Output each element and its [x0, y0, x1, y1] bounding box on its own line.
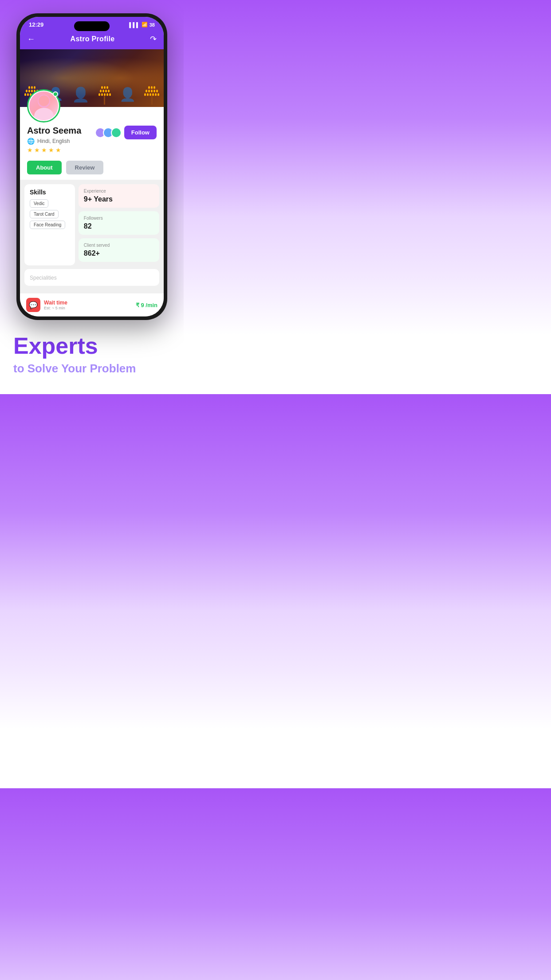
- avatar-ring: [27, 89, 60, 122]
- flame-tree-right: [144, 86, 159, 105]
- followers-label: Followers: [84, 216, 154, 221]
- solve-heading: to Solve Your Problem: [13, 361, 170, 376]
- skills-title: Skills: [30, 189, 70, 196]
- profile-section: Astro Seema 🌐 Hindi, English ★ ★ ★ ★ ★: [20, 107, 164, 161]
- followers-value: 82: [84, 222, 154, 230]
- chat-icon-symbol: 💬: [29, 301, 38, 309]
- star-1: ★: [27, 146, 33, 154]
- star-4: ★: [48, 146, 54, 154]
- translate-icon: 🌐: [27, 138, 35, 145]
- wifi-icon: 📶: [142, 22, 148, 28]
- back-button[interactable]: ←: [27, 35, 35, 44]
- status-bar: 12:29 ▌▌▌ 📶 38: [20, 17, 164, 31]
- skill-vedic: Vedic: [30, 199, 48, 208]
- follow-section: Follow: [95, 126, 157, 139]
- tab-about[interactable]: About: [27, 161, 62, 174]
- experience-card: Experience 9+ Years: [79, 184, 159, 208]
- skill-tags: Vedic Tarot Card Face Reading: [30, 199, 70, 229]
- content-grid: Experience 9+ Years Followers 82 Client …: [24, 184, 159, 265]
- wait-section: 💬 Wait time Est: ~ 5 min: [26, 298, 67, 312]
- skill-face: Face Reading: [30, 221, 65, 229]
- svg-point-1: [34, 108, 54, 120]
- bottom-text-section: Experts to Solve Your Problem: [0, 320, 184, 394]
- avatar-wrapper: [27, 89, 60, 122]
- content-area: Experience 9+ Years Followers 82 Client …: [20, 180, 164, 293]
- left-stats: Experience 9+ Years Followers 82 Client …: [79, 184, 159, 262]
- follow-button[interactable]: Follow: [124, 126, 157, 139]
- online-indicator: [53, 91, 58, 97]
- chat-icon[interactable]: 💬: [26, 298, 40, 312]
- tab-review[interactable]: Review: [66, 161, 104, 174]
- app-header: ← Astro Profile ↷: [20, 31, 164, 49]
- wait-title: Wait time: [44, 300, 67, 306]
- phone-mockup: 12:29 ▌▌▌ 📶 38 ← Astro Profile ↷: [16, 13, 167, 320]
- person-right: 👤: [119, 87, 136, 105]
- header-title: Astro Profile: [71, 35, 115, 43]
- wait-text-col: Wait time Est: ~ 5 min: [44, 300, 67, 310]
- status-icons: ▌▌▌ 📶 38: [129, 22, 155, 28]
- star-3: ★: [41, 146, 47, 154]
- skills-card: Skills Vedic Tarot Card Face Reading: [24, 184, 75, 265]
- followers-card: Followers 82: [79, 211, 159, 235]
- share-button[interactable]: ↷: [150, 34, 157, 44]
- follower-avatar-3: [111, 127, 122, 138]
- language-text: Hindi, English: [37, 138, 70, 144]
- clients-card: Client served 862+: [79, 238, 159, 262]
- battery-label: 38: [150, 22, 155, 28]
- skill-tarot: Tarot Card: [30, 210, 59, 218]
- dynamic-island: [74, 21, 110, 31]
- specialities-title: Specialities: [30, 275, 57, 281]
- svg-point-2: [39, 95, 49, 106]
- price-text: ₹ 9 /min: [136, 302, 157, 308]
- stars-row: ★ ★ ★ ★ ★: [27, 146, 157, 154]
- experience-value: 9+ Years: [84, 195, 154, 203]
- person-center: 👤: [72, 86, 90, 105]
- follower-avatars: [95, 127, 122, 138]
- star-5: ★: [55, 146, 61, 154]
- specialities-preview: Specialities: [24, 269, 159, 286]
- phone-screen: 12:29 ▌▌▌ 📶 38 ← Astro Profile ↷: [20, 17, 164, 316]
- wait-subtitle: Est: ~ 5 min: [44, 306, 67, 310]
- star-2: ★: [34, 146, 40, 154]
- status-time: 12:29: [29, 21, 43, 28]
- experts-heading: Experts: [13, 333, 170, 359]
- signal-icon: ▌▌▌: [129, 22, 139, 28]
- tabs-section: About Review: [20, 161, 164, 180]
- clients-label: Client served: [84, 243, 154, 248]
- flame-tree-middle: [98, 86, 111, 105]
- experience-label: Experience: [84, 189, 154, 194]
- clients-value: 862+: [84, 249, 154, 257]
- bottom-bar: 💬 Wait time Est: ~ 5 min ₹ 9 /min: [20, 293, 164, 316]
